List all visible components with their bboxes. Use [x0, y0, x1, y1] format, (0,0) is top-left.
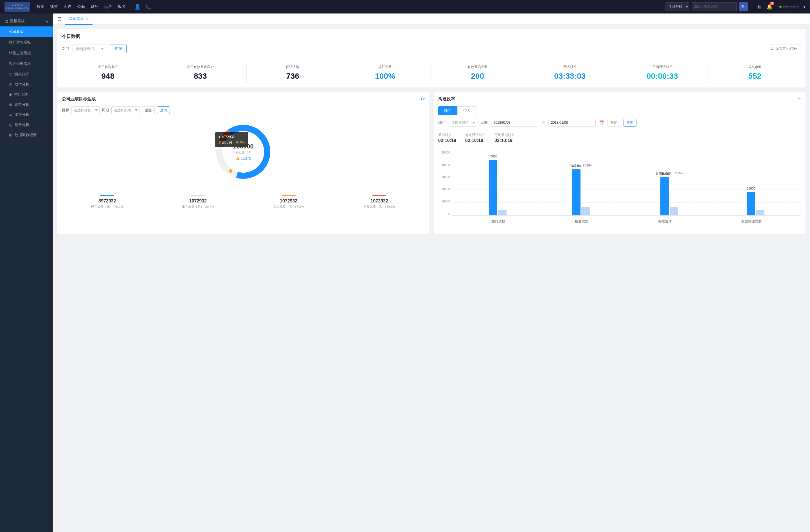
tab-label: 公司看板: [69, 16, 84, 21]
business-panel: 公司业绩目标达成 ⟳ 目标 请选择目标 周期 请选择周期 重置 查询: [58, 92, 429, 234]
today-query-button[interactable]: 查询: [110, 44, 127, 53]
search-button[interactable]: 🔍: [739, 2, 748, 11]
dept-filter-select[interactable]: 请选择部门: [72, 44, 106, 53]
x-axis: 拨打次数 接通次数 有效通话 有效接通次数: [452, 219, 801, 224]
sales-label: 销售分析: [15, 122, 29, 127]
nav-data[interactable]: 数据: [36, 3, 45, 11]
search-input[interactable]: [692, 2, 736, 11]
sidebar-item-visitor[interactable]: ⊕ 访客分析: [0, 100, 53, 110]
sidebar-item-promo[interactable]: ◈ 推广分析: [0, 89, 53, 100]
comm-dept-select[interactable]: 请选择部门: [449, 119, 477, 127]
today-data-panel: 今日数据 部门 请选择部门 查询 ⚙ 设置显示指标 今日首咨客户 948 今日有: [58, 29, 806, 87]
monitor-icon[interactable]: 🖥: [757, 4, 762, 10]
comm-reset-button[interactable]: 重置: [607, 119, 620, 127]
comm-refresh-icon[interactable]: ⟳: [797, 97, 801, 102]
sidebar-item-sales-board[interactable]: 销售主管看板: [0, 48, 53, 59]
tab-bar: ☰ 公司看板 ×: [53, 14, 810, 25]
comm-call-duration-value: 02:10:19: [438, 138, 456, 143]
y-label-20000: 20000: [438, 187, 452, 191]
sidebar-header-dashboard[interactable]: ▤ 数据看板 ∧: [0, 16, 53, 27]
dept-filter-label: 部门: [62, 46, 69, 51]
period-label: 周期: [102, 108, 109, 113]
bstat-over-value: 1072932: [336, 199, 423, 203]
sidebar-item-cost[interactable]: ◎ 成本分析: [0, 79, 53, 89]
tooltip-id: ● 1072932: [218, 134, 245, 140]
y-label-30000: 30000: [438, 175, 452, 179]
x-label-eff-connect: 有效接通次数: [741, 219, 762, 224]
user-info[interactable]: manager11 ▾: [779, 5, 806, 9]
bar-connect-light: [581, 207, 590, 215]
nav-finance[interactable]: 财务: [91, 3, 98, 11]
bar-group-dial: 43000: [489, 160, 506, 215]
bar-connect-fill: [572, 169, 581, 215]
bstat-completed-bar: [100, 195, 114, 196]
comm-panel-title: 沟通效率: [438, 97, 455, 102]
search-type-select[interactable]: 手机号码: [665, 2, 689, 11]
comm-date-label: 日期: [480, 120, 488, 125]
business-panel-controls: 目标 请选择目标 周期 请选择周期 重置 查询: [62, 106, 425, 114]
bstat-completed-value: 8972932: [64, 199, 150, 203]
business-reset-button[interactable]: 重置: [142, 106, 155, 114]
comm-date-to[interactable]: [548, 119, 596, 127]
comm-avg-label: 平均通话时长: [495, 133, 515, 137]
period-select[interactable]: 请选择周期: [111, 106, 140, 114]
settings-label: 设置显示指标: [775, 46, 797, 51]
bar-eff-connect-label-top: 18000: [747, 187, 755, 190]
comm-tab-dept[interactable]: 部门: [438, 106, 457, 115]
tab-close-icon[interactable]: ×: [86, 17, 88, 21]
comm-query-button[interactable]: 查询: [623, 119, 636, 127]
sidebar-item-channel[interactable]: ≋ 渠道分析: [0, 110, 53, 120]
bell-icon[interactable]: 🔔 5: [766, 4, 773, 10]
sidebar-item-data-flow[interactable]: ⊞ 数据流转记录: [0, 130, 53, 140]
sidebar-dashboard-items: 公司看板 推广主管看板 销售主管看板 客户经理看板: [0, 27, 53, 69]
y-axis: 50000 40000 30000 20000 10000 0: [438, 151, 452, 215]
sales-board-label: 销售主管看板: [9, 51, 31, 56]
comm-avg-duration: 平均通话时长 02:10:19: [495, 133, 515, 143]
target-label: 目标: [62, 108, 69, 113]
sidebar-item-promo-board[interactable]: 推广主管看板: [0, 37, 53, 48]
bar-effective-main[interactable]: 29000: [660, 177, 669, 215]
stat-call-duration-label: 通话时长: [525, 65, 615, 69]
bar-effective-fill: [660, 177, 669, 215]
phone-icon[interactable]: 📞: [145, 4, 151, 10]
refresh-icon[interactable]: ⟳: [421, 97, 425, 102]
business-query-button[interactable]: 查询: [157, 106, 170, 114]
donut-achieved: 👍 已达成: [232, 156, 254, 161]
bar-eff-connect-fill: [747, 192, 755, 215]
bar-connect-main[interactable]: 35000: [572, 169, 581, 215]
sidebar-item-company-board[interactable]: 公司看板: [0, 27, 53, 37]
stat-avg-duration: 平均通话时长 00:00:33: [616, 63, 709, 83]
comm-tab-personal[interactable]: 个人: [457, 106, 476, 115]
nav-register[interactable]: 报名: [117, 3, 126, 11]
bstat-should-complete: 1072932 应完成量（元）| 8.9%: [243, 192, 334, 212]
nav-ops[interactable]: 运营: [104, 3, 112, 11]
bar-pair-connect: 35000: [572, 169, 590, 215]
stat-dial-label: 拨打次数: [340, 65, 430, 69]
sidebar-toggle-button[interactable]: ☰: [58, 16, 61, 22]
bar-group-eff-connect: 18000: [747, 186, 764, 215]
comm-avg-value: 02:10:19: [495, 138, 515, 143]
stat-dial-value: 100%: [340, 72, 430, 81]
business-panel-header: 公司业绩目标达成 ⟳: [62, 97, 425, 102]
sidebar-item-sales-analysis[interactable]: ◷ 销售分析: [0, 120, 53, 130]
calendar-icon[interactable]: 📅: [599, 120, 604, 125]
bar-dial-main[interactable]: 43000: [489, 160, 497, 215]
visitor-icon: ⊕: [9, 102, 12, 107]
nav-leads[interactable]: 线索: [50, 3, 58, 11]
promo-icon: ◈: [9, 92, 12, 97]
tab-company-board[interactable]: 公司看板 ×: [65, 14, 93, 25]
settings-button[interactable]: ⚙ 设置显示指标: [767, 44, 801, 53]
dataflow-label: 数据流转记录: [15, 132, 36, 137]
username: manager11: [783, 5, 802, 9]
bar-effective-light: [670, 207, 678, 215]
x-label-effective: 有效通话: [658, 219, 671, 224]
bar-eff-connect-main[interactable]: 18000: [747, 192, 755, 215]
sidebar-item-funnel[interactable]: ▽ 漏斗分析: [0, 69, 53, 79]
person-icon[interactable]: 👤: [134, 4, 141, 10]
nav-public[interactable]: 公海: [77, 3, 85, 11]
sidebar-item-manager-board[interactable]: 客户经理看板: [0, 59, 53, 69]
nav-customers[interactable]: 客户: [64, 3, 71, 11]
comm-date-from[interactable]: [491, 119, 538, 127]
target-select[interactable]: 请选择目标: [71, 106, 100, 114]
logo: 云朵CRM教育机构一站式服务云平台: [4, 2, 30, 12]
